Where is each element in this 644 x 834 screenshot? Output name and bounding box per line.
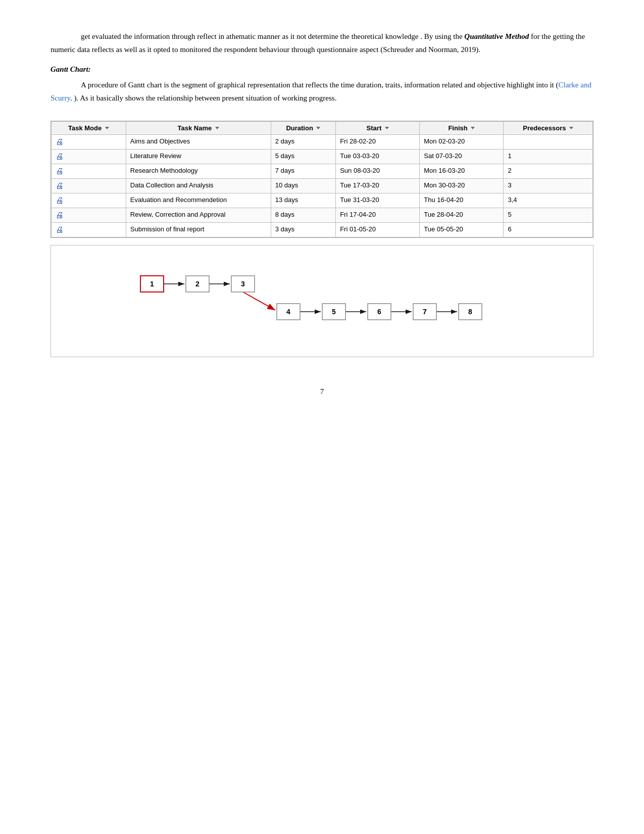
table-row: 🖨 Aims and Objectives 2 days Fri 28-02-2…: [52, 135, 593, 150]
task-mode-icon: 🖨: [56, 152, 64, 161]
task-name-cell: Evaluation and Recommendetion: [126, 193, 271, 208]
page-number: 7: [51, 387, 593, 396]
task-mode-cell: 🖨: [52, 193, 126, 208]
th-finish[interactable]: Finish: [420, 122, 504, 135]
svg-text:1: 1: [150, 280, 154, 288]
start-cell: Tue 03-03-20: [336, 150, 420, 164]
start-cell: Fri 01-05-20: [336, 223, 420, 237]
svg-text:3: 3: [241, 280, 245, 288]
start-cell: Tue 17-03-20: [336, 179, 420, 193]
duration-cell: 10 days: [271, 179, 335, 193]
task-name-cell: Research Methodology: [126, 164, 271, 179]
predecessors-cell: 2: [504, 164, 593, 179]
bold-italic-text: Quantitative Method: [464, 32, 529, 40]
predecessors-cell: [504, 135, 593, 150]
intro-text-1: get evaluated the information through re…: [81, 32, 464, 40]
task-name-cell: Review, Correction and Approval: [126, 208, 271, 223]
svg-text:2: 2: [195, 280, 200, 288]
task-mode-icon: 🖨: [56, 137, 64, 146]
task-mode-icon: 🖨: [56, 181, 64, 190]
th-duration[interactable]: Duration: [271, 122, 335, 135]
task-mode-cell: 🖨: [52, 135, 126, 150]
intro-paragraph: get evaluated the information through re…: [51, 30, 593, 56]
predecessors-cell: 5: [504, 208, 593, 223]
task-name-cell: Submission of final report: [126, 223, 271, 237]
task-mode-icon: 🖨: [56, 211, 64, 220]
gantt-table: Task Mode Task Name Duration Start Finis…: [51, 121, 593, 237]
svg-text:6: 6: [377, 308, 381, 316]
th-task-mode[interactable]: Task Mode: [52, 122, 126, 135]
table-row: 🖨 Evaluation and Recommendetion 13 days …: [52, 193, 593, 208]
finish-cell: Tue 28-04-20: [420, 208, 504, 223]
predecessors-cell: 1: [504, 150, 593, 164]
th-task-name[interactable]: Task Name: [126, 122, 271, 135]
table-row: 🖨 Research Methodology 7 days Sun 08-03-…: [52, 164, 593, 179]
finish-cell: Mon 30-03-20: [420, 179, 504, 193]
predecessors-cell: 3,4: [504, 193, 593, 208]
task-name-cell: Literature Review: [126, 150, 271, 164]
gantt-intro-paragraph: A procedure of Gantt chart is the segmen…: [51, 79, 593, 105]
finish-cell: Mon 02-03-20: [420, 135, 504, 150]
duration-cell: 5 days: [271, 150, 335, 164]
gantt-intro-1: A procedure of Gantt chart is the segmen…: [81, 81, 559, 89]
task-mode-icon: 🖨: [56, 167, 64, 176]
finish-cell: Mon 16-03-20: [420, 164, 504, 179]
finish-cell: Tue 05-05-20: [420, 223, 504, 237]
duration-cell: 13 days: [271, 193, 335, 208]
section-heading: Gantt Chart:: [51, 65, 593, 74]
task-mode-cell: 🖨: [52, 164, 126, 179]
svg-text:4: 4: [286, 308, 290, 316]
task-mode-cell: 🖨: [52, 179, 126, 193]
start-cell: Fri 17-04-20: [336, 208, 420, 223]
table-row: 🖨 Literature Review 5 days Tue 03-03-20 …: [52, 150, 593, 164]
th-start[interactable]: Start: [336, 122, 420, 135]
table-row: 🖨 Submission of final report 3 days Fri …: [52, 223, 593, 237]
start-cell: Fri 28-02-20: [336, 135, 420, 150]
task-mode-cell: 🖨: [52, 150, 126, 164]
task-mode-cell: 🖨: [52, 223, 126, 237]
table-row: 🖨 Review, Correction and Approval 8 days…: [52, 208, 593, 223]
svg-text:8: 8: [468, 308, 472, 316]
task-name-cell: Aims and Objectives: [126, 135, 271, 150]
task-mode-icon: 🖨: [56, 196, 64, 205]
finish-cell: Thu 16-04-20: [420, 193, 504, 208]
network-diagram: 1 2 3 4 5 6 7 8: [51, 245, 593, 357]
duration-cell: 7 days: [271, 164, 335, 179]
duration-cell: 3 days: [271, 223, 335, 237]
network-svg: 1 2 3 4 5 6 7 8: [138, 261, 507, 341]
start-cell: Tue 31-03-20: [336, 193, 420, 208]
predecessors-cell: 3: [504, 179, 593, 193]
svg-text:5: 5: [332, 308, 336, 316]
duration-cell: 8 days: [271, 208, 335, 223]
duration-cell: 2 days: [271, 135, 335, 150]
gantt-table-container: Task Mode Task Name Duration Start Finis…: [51, 121, 593, 238]
table-row: 🖨 Data Collection and Analysis 10 days T…: [52, 179, 593, 193]
task-mode-icon: 🖨: [56, 225, 64, 234]
th-predecessors[interactable]: Predecessors: [504, 122, 593, 135]
svg-line-2: [243, 292, 275, 310]
task-mode-cell: 🖨: [52, 208, 126, 223]
gantt-intro-2: ). As it basically shows the relationshi…: [74, 94, 337, 102]
start-cell: Sun 08-03-20: [336, 164, 420, 179]
svg-text:7: 7: [423, 308, 427, 316]
finish-cell: Sat 07-03-20: [420, 150, 504, 164]
task-name-cell: Data Collection and Analysis: [126, 179, 271, 193]
predecessors-cell: 6: [504, 223, 593, 237]
